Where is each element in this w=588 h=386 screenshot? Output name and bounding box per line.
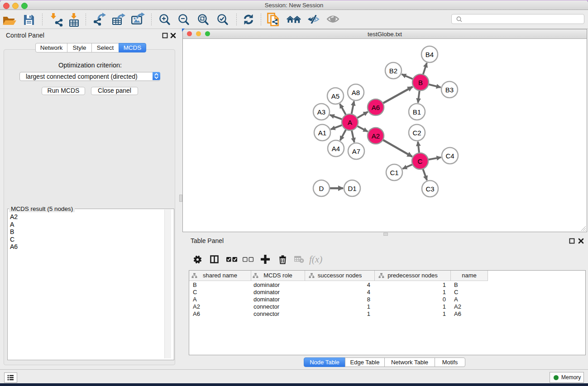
- svg-text:D: D: [319, 185, 324, 192]
- svg-text:C3: C3: [425, 185, 434, 193]
- svg-text:B: B: [418, 79, 423, 86]
- svg-text:A3: A3: [317, 108, 325, 116]
- svg-text:C: C: [418, 157, 423, 165]
- svg-text:A8: A8: [352, 89, 360, 96]
- svg-text:A1: A1: [318, 129, 326, 137]
- svg-text:D1: D1: [348, 185, 356, 192]
- svg-text:A4: A4: [332, 145, 340, 152]
- svg-text:C2: C2: [412, 129, 421, 137]
- svg-text:A: A: [348, 119, 352, 126]
- svg-text:B2: B2: [389, 67, 397, 75]
- svg-text:A7: A7: [352, 148, 360, 155]
- svg-text:B3: B3: [445, 86, 454, 94]
- svg-text:A5: A5: [331, 92, 339, 100]
- svg-text:B1: B1: [413, 108, 421, 116]
- svg-text:A2: A2: [372, 132, 380, 140]
- svg-text:B4: B4: [425, 51, 434, 58]
- svg-text:C4: C4: [445, 152, 454, 160]
- svg-text:C1: C1: [390, 169, 398, 176]
- svg-text:A6: A6: [372, 104, 380, 111]
